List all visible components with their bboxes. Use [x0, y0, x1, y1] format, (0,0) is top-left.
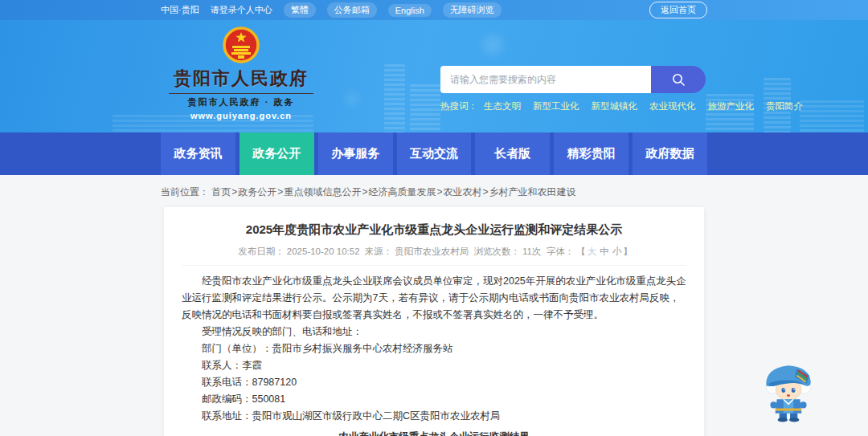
nav-item-zhengfu-shuju[interactable]: 政府数据 [633, 132, 707, 175]
table-caption: 农业产业化市级重点龙头企业运行监测结果 [182, 430, 686, 436]
hot-term-tourism[interactable]: 旅游产业化 [708, 100, 755, 112]
contact-phone: 联系电话：87987120 [182, 374, 686, 391]
nav-item-zhengwu-gongkai[interactable]: 政务公开 [240, 132, 314, 175]
toplink-english[interactable]: English [388, 4, 432, 17]
return-home-button[interactable]: 返回首页 [649, 2, 707, 18]
breadcrumb-zhengwu-gongkai[interactable]: 政务公开 [238, 186, 276, 198]
hot-search-label: 热搜词： [440, 100, 477, 112]
views-value: 11次 [522, 247, 541, 256]
article-body: 经贵阳市农业产业化市级重点龙头企业联席会议成员单位审定，现对2025年开展的农业… [182, 273, 686, 425]
breadcrumb-rural-industry[interactable]: 乡村产业和农田建设 [489, 186, 575, 198]
hot-term-ecology[interactable]: 生态文明 [484, 100, 521, 112]
contact-department: 部门（单位）：贵阳市乡村振兴服务中心农村经济服务站 [182, 340, 686, 357]
toplink-china-guiyang[interactable]: 中国·贵阳 [161, 4, 199, 16]
views-label: 浏览次数： [474, 247, 521, 256]
search-area: 热搜词： 生态文明 新型工业化 新型城镇化 农业现代化 旅游产业化 贵阳简介 [440, 66, 706, 112]
breadcrumb-separator: > [277, 186, 283, 198]
toplink-official-mail[interactable]: 公务邮箱 [327, 2, 377, 18]
cityscape-decoration [800, 100, 864, 132]
breadcrumb-separator: > [362, 186, 367, 198]
breadcrumb: 当前位置： 首页>政务公开>重点领域信息公开>经济高质量发展>农业农村>乡村产业… [0, 175, 868, 206]
hot-term-urbanization[interactable]: 新型城镇化 [592, 100, 638, 112]
breadcrumb-home[interactable]: 首页 [211, 186, 231, 198]
nav-item-jingcai-guiyang[interactable]: 精彩贵阳 [554, 132, 628, 175]
hot-term-industrialization[interactable]: 新型工业化 [533, 100, 579, 112]
hot-term-agriculture[interactable]: 农业现代化 [649, 100, 696, 112]
mascot-assistant-icon[interactable] [762, 361, 815, 422]
contact-person: 联系人：李霞 [182, 357, 686, 374]
main-navigation: 政务资讯 政务公开 办事服务 互动交流 长者版 精彩贵阳 政府数据 [0, 132, 868, 175]
breadcrumb-agriculture[interactable]: 农业农村 [443, 186, 481, 198]
source-value: 贵阳市农业农村局 [395, 247, 469, 256]
site-title: 贵阳市人民政府 [169, 67, 313, 91]
toplink-login-personal-center[interactable]: 请登录个人中心 [211, 4, 272, 16]
article-meta: 发布日期：2025-10-20 10:52 来源：贵阳市农业农村局 浏览次数：1… [182, 246, 686, 266]
font-size-label: 字体： [547, 247, 575, 256]
font-size-large-button[interactable]: 大 [588, 247, 597, 256]
breadcrumb-separator: > [482, 186, 488, 198]
hot-term-guiyang-intro[interactable]: 贵阳简介 [766, 100, 803, 112]
site-logo[interactable]: 贵阳市人民政府 贵阳市人民政府 · 政务 www.guiyang.gov.cn [169, 25, 313, 120]
breadcrumb-separator: > [231, 186, 237, 198]
nav-item-hudong-jiaoliu[interactable]: 互动交流 [397, 132, 472, 175]
font-bracket-open: 【 [576, 247, 586, 256]
site-url: www.guiyang.gov.cn [169, 111, 313, 120]
hot-search-row: 热搜词： 生态文明 新型工业化 新型城镇化 农业现代化 旅游产业化 贵阳简介 [440, 100, 706, 112]
article-paragraph: 受理情况反映的部门、电话和地址： [182, 324, 686, 340]
font-bracket-close: 】 [623, 247, 633, 256]
article-card: 2025年度贵阳市农业产业化市级重点龙头企业运行监测和评定结果公示 发布日期：2… [164, 207, 704, 436]
breadcrumb-key-areas[interactable]: 重点领域信息公开 [284, 186, 361, 198]
site-banner: 贵阳市人民政府 贵阳市人民政府 · 政务 www.guiyang.gov.cn … [0, 20, 868, 132]
breadcrumb-separator: > [436, 186, 442, 198]
search-icon [671, 72, 686, 87]
site-subtitle: 贵阳市人民政府 · 政务 [169, 93, 313, 108]
national-emblem-icon [223, 25, 260, 65]
contact-postcode: 邮政编码：550081 [182, 391, 686, 408]
search-input[interactable] [440, 66, 651, 93]
breadcrumb-label: 当前位置： [161, 186, 209, 198]
article-title: 2025年度贵阳市农业产业化市级重点龙头企业运行监测和评定结果公示 [182, 221, 686, 239]
nav-item-zhengwu-zixun[interactable]: 政务资讯 [161, 132, 235, 175]
toplink-accessibility[interactable]: 无障碍浏览 [443, 2, 502, 18]
contact-address: 联系地址：贵阳市观山湖区市级行政中心二期C区贵阳市农业农村局 [182, 408, 686, 425]
top-utility-bar: 中国·贵阳 请登录个人中心 繁體 公务邮箱 English 无障碍浏览 返回首页 [0, 0, 868, 20]
toplink-traditional-chinese[interactable]: 繁體 [284, 2, 316, 18]
font-size-medium-button[interactable]: 中 [600, 247, 609, 256]
source-label: 来源： [365, 247, 393, 256]
publish-date-label: 发布日期： [238, 247, 285, 256]
publish-date-value: 2025-10-20 10:52 [287, 247, 360, 256]
article-paragraph: 经贵阳市农业产业化市级重点龙头企业联席会议成员单位审定，现对2025年开展的农业… [182, 273, 686, 324]
nav-item-banshi-fuwu[interactable]: 办事服务 [318, 132, 393, 175]
breadcrumb-economy[interactable]: 经济高质量发展 [368, 186, 436, 198]
nav-item-zhangzheban[interactable]: 长者版 [475, 132, 550, 175]
search-button[interactable] [651, 66, 706, 93]
font-size-small-button[interactable]: 小 [612, 247, 622, 256]
